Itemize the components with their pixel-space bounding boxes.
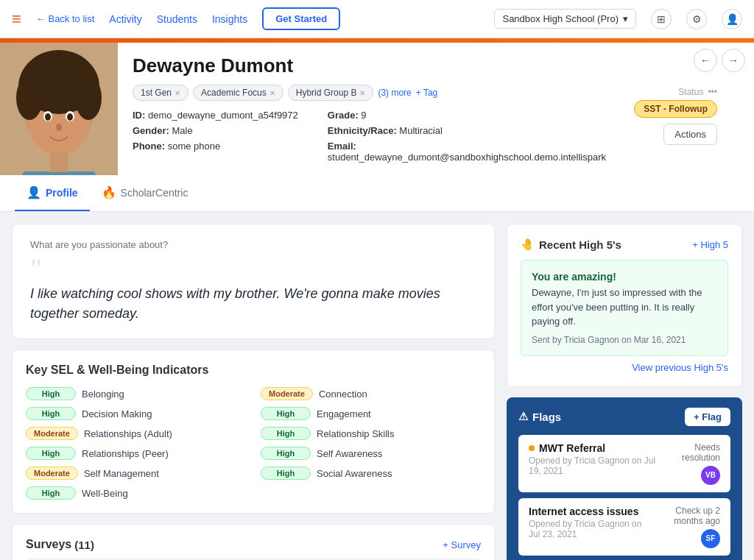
student-photo-svg: [0, 43, 118, 175]
status-badge: SST - Followup: [634, 100, 717, 118]
settings-icon[interactable]: ⚙: [686, 9, 707, 29]
svg-rect-13: [50, 152, 68, 172]
status-actions-area: Status ••• SST - Followup Actions: [634, 87, 717, 145]
right-column: 🤚 Recent High 5's + High 5 You are amazi…: [507, 224, 742, 560]
sel-item-well-being: High Well-Being: [26, 486, 246, 500]
back-to-list-link[interactable]: ← Back to list: [36, 13, 94, 24]
flag-meta-internet: Opened by Tricia Gagnon on Jul 23, 2021: [529, 519, 651, 539]
sel-label-social-awareness: Social Awareness: [317, 468, 392, 479]
status-text-label: Status: [678, 87, 703, 97]
sel-item-social-awareness: High Social Awareness: [261, 467, 481, 480]
sel-title: Key SEL & Well-Being Indicators: [26, 364, 481, 377]
remove-tag-hybrid-group-button[interactable]: ✕: [359, 89, 365, 97]
sel-badge-relationships-adult: Moderate: [26, 427, 78, 440]
high5-message-card: You are amazing! Dewayne, I'm just so im…: [521, 260, 728, 356]
tab-profile[interactable]: 👤 Profile: [15, 175, 90, 211]
tab-profile-label: Profile: [46, 187, 78, 199]
school-selector[interactable]: Sandbox High School (Pro) ▾: [494, 9, 636, 29]
quote-card: What are you passionate about? " I like …: [12, 224, 495, 339]
profile-header: ← → Dewayne Dumont 1st Gen ✕ Academic Fo…: [0, 43, 754, 175]
svg-point-10: [67, 113, 73, 121]
school-name-label: Sandbox High School (Pro): [502, 13, 619, 24]
remove-tag-academic-focus-button[interactable]: ✕: [269, 89, 275, 97]
svg-point-6: [75, 76, 102, 120]
scholarcentric-tab-icon: 🔥: [102, 185, 116, 199]
flag-dot-icon: [529, 445, 535, 451]
sel-right-col: Moderate Connection High Engagement High…: [261, 387, 481, 500]
quote-marks-icon: ": [30, 258, 476, 281]
tag-1st-gen: 1st Gen ✕: [133, 85, 188, 101]
surveys-title: Surveys: [26, 538, 71, 551]
insights-nav-link[interactable]: Insights: [212, 13, 247, 25]
activity-nav-link[interactable]: Activity: [109, 13, 141, 25]
remove-tag-1st-gen-button[interactable]: ✕: [175, 89, 180, 97]
high5-header: 🤚 Recent High 5's + High 5: [521, 238, 728, 251]
sel-label-self-management: Self Management: [84, 468, 159, 479]
sel-badge-belonging: High: [26, 387, 76, 400]
flag-status-mwt: Needs resolution: [665, 442, 720, 463]
sel-badge-relationships-peer: High: [26, 447, 76, 460]
actions-button[interactable]: Actions: [663, 124, 717, 145]
students-nav-link[interactable]: Students: [157, 13, 197, 25]
sel-badge-self-management: Moderate: [26, 467, 78, 480]
flag-status-internet: Check up 2 months ago: [651, 506, 720, 526]
sel-item-relationships-adult: Moderate Relationships (Adult): [26, 427, 246, 440]
left-column: What are you passionate about? " I like …: [12, 224, 495, 560]
user-icon[interactable]: 👤: [722, 9, 742, 29]
flag-name-mwt: MWT Referral: [529, 442, 665, 454]
student-id-row: ID: demo_dewayne_dumont_a54f9972: [133, 110, 298, 121]
add-tag-button[interactable]: + Tag: [416, 88, 437, 98]
flag-top-internet: Internet access issues Opened by Tricia …: [529, 506, 720, 548]
sel-item-relationships-peer: High Relationships (Peer): [26, 447, 246, 460]
student-gender-row: Gender: Male: [133, 125, 298, 136]
student-email-row: Email: student_dewayne_dumont@sandboxhig…: [328, 141, 606, 163]
student-name: Dewayne Dumont: [133, 54, 739, 77]
grid-icon[interactable]: ⊞: [651, 9, 672, 29]
student-phone-row: Phone: some phone: [133, 141, 298, 152]
prev-student-button[interactable]: ←: [694, 49, 717, 72]
flag-top-mwt: MWT Referral Opened by Tricia Gagnon on …: [529, 442, 720, 485]
sel-label-engagement: Engagement: [317, 408, 371, 419]
add-flag-button[interactable]: + Flag: [685, 408, 730, 426]
add-high5-button[interactable]: + High 5: [692, 239, 728, 250]
sel-badge-engagement: High: [261, 407, 311, 420]
quote-prompt: What are you passionate about?: [30, 239, 476, 250]
more-tags-button[interactable]: (3) more: [378, 88, 411, 98]
sel-badge-connection: Moderate: [261, 387, 313, 400]
warning-icon: ⚠: [518, 410, 528, 423]
high5-heading: You are amazing!: [532, 271, 717, 283]
navbar: ≡ ← Back to list Activity Students Insig…: [0, 0, 754, 38]
sel-label-relationships-peer: Relationships (Peer): [82, 448, 169, 459]
flag-avatar-mwt: VB: [701, 466, 720, 485]
sel-item-engagement: High Engagement: [261, 407, 481, 420]
student-ethnicity-row: Ethnicity/Race: Multiracial: [328, 125, 606, 136]
sel-item-self-management: Moderate Self Management: [26, 467, 246, 480]
surveys-header: Surveys (11) + Survey: [26, 538, 481, 551]
flag-name-internet: Internet access issues: [529, 506, 651, 517]
sel-left-col: High Belonging High Decision Making Mode…: [26, 387, 246, 500]
add-survey-button[interactable]: + Survey: [443, 539, 481, 550]
flags-title: ⚠ Flags: [518, 410, 561, 423]
sel-label-belonging: Belonging: [82, 389, 124, 400]
surveys-card: Surveys (11) + Survey ScholarCentric Mid…: [12, 524, 495, 560]
flag-meta-mwt: Opened by Tricia Gagnon on Jul 19, 2021: [529, 456, 665, 476]
sel-item-relationship-skills: High Relationship Skills: [261, 427, 481, 440]
logo-icon: ≡: [12, 10, 21, 29]
next-student-button[interactable]: →: [722, 49, 745, 72]
flag-avatar-internet: SF: [701, 529, 720, 548]
sel-label-relationships-adult: Relationships (Adult): [84, 428, 172, 439]
get-started-button[interactable]: Get Started: [262, 7, 340, 30]
tab-scholarcentric[interactable]: 🔥 ScholarCentric: [90, 175, 200, 211]
sel-badge-decision-making: High: [26, 407, 76, 420]
tab-scholarcentric-label: ScholarCentric: [121, 187, 188, 199]
sel-badge-social-awareness: High: [261, 467, 311, 480]
high5-body: Dewayne, I'm just so impressed with the …: [532, 286, 717, 329]
profile-tabs: 👤 Profile 🔥 ScholarCentric: [0, 175, 754, 212]
status-dots[interactable]: •••: [708, 87, 717, 97]
sel-badge-relationship-skills: High: [261, 427, 311, 440]
student-grade-row: Grade: 9: [328, 110, 606, 121]
quote-text: I like watching cool shows with my broth…: [30, 284, 476, 324]
flags-card: ⚠ Flags + Flag MWT Referral Opened by Tr…: [507, 397, 742, 561]
view-previous-high5-link[interactable]: View previous High 5's: [521, 362, 728, 373]
sel-item-connection: Moderate Connection: [261, 387, 481, 400]
